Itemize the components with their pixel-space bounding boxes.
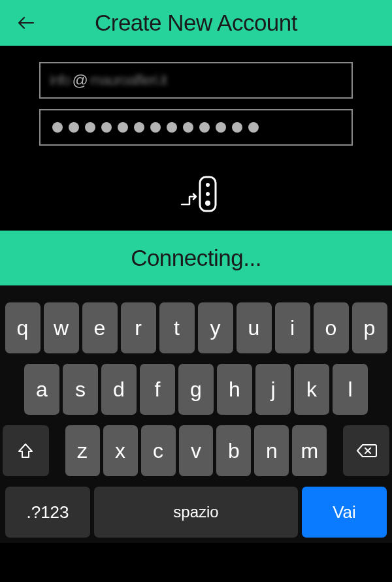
password-dot (52, 122, 63, 133)
password-dot (216, 122, 226, 133)
password-dot (101, 122, 112, 133)
key-s[interactable]: s (63, 364, 98, 415)
symbols-key[interactable]: .?123 (5, 487, 90, 538)
password-dot (134, 122, 144, 133)
password-dot (118, 122, 128, 133)
key-c[interactable]: c (141, 425, 176, 476)
password-dot (167, 122, 177, 133)
key-r[interactable]: r (121, 302, 156, 353)
header-bar: Create New Account (0, 0, 392, 46)
key-g[interactable]: g (178, 364, 214, 415)
svg-point-3 (205, 201, 210, 206)
password-dot (85, 122, 95, 133)
space-key[interactable]: spazio (94, 487, 298, 538)
key-m[interactable]: m (292, 425, 327, 476)
shift-icon (17, 442, 34, 459)
key-h[interactable]: h (217, 364, 252, 415)
form-area: info @ mauroalfieri.it (0, 46, 392, 163)
key-w[interactable]: w (44, 302, 79, 353)
key-t[interactable]: t (159, 302, 195, 353)
back-arrow-icon (16, 15, 35, 31)
email-value: info @ mauroalfieri.it (50, 71, 167, 89)
backspace-icon (356, 443, 377, 459)
key-i[interactable]: i (275, 302, 310, 353)
key-v[interactable]: v (179, 425, 214, 476)
key-n[interactable]: n (254, 425, 289, 476)
key-e[interactable]: e (82, 302, 118, 353)
key-z[interactable]: z (65, 425, 100, 476)
password-dot (183, 122, 193, 133)
email-field[interactable]: info @ mauroalfieri.it (39, 62, 353, 99)
key-y[interactable]: y (198, 302, 233, 353)
key-a[interactable]: a (24, 364, 59, 415)
go-key[interactable]: Vai (302, 487, 387, 538)
password-dot (199, 122, 210, 133)
password-dot (69, 122, 79, 133)
key-d[interactable]: d (101, 364, 137, 415)
password-dot (248, 122, 259, 133)
back-button[interactable] (16, 13, 35, 33)
key-u[interactable]: u (237, 302, 272, 353)
password-mask (50, 122, 259, 133)
svg-point-1 (206, 183, 210, 187)
backspace-key[interactable] (343, 425, 389, 476)
password-dot (232, 122, 242, 133)
key-l[interactable]: l (333, 364, 368, 415)
connect-device-icon (170, 174, 222, 214)
key-b[interactable]: b (216, 425, 251, 476)
key-f[interactable]: f (140, 364, 175, 415)
key-o[interactable]: o (314, 302, 349, 353)
key-p[interactable]: p (352, 302, 387, 353)
page-title: Create New Account (0, 10, 392, 36)
key-j[interactable]: j (255, 364, 291, 415)
on-screen-keyboard: qwertyuiop asdfghjkl zxcvbnm .?123 spazi… (0, 285, 392, 543)
key-x[interactable]: x (103, 425, 138, 476)
svg-point-2 (206, 192, 210, 196)
shift-key[interactable] (3, 425, 49, 476)
key-q[interactable]: q (5, 302, 41, 353)
status-bar: Connecting... (0, 231, 392, 285)
key-k[interactable]: k (294, 364, 329, 415)
status-text: Connecting... (131, 245, 261, 271)
password-field[interactable] (39, 109, 353, 146)
device-icon-area (0, 163, 392, 231)
password-dot (150, 122, 161, 133)
